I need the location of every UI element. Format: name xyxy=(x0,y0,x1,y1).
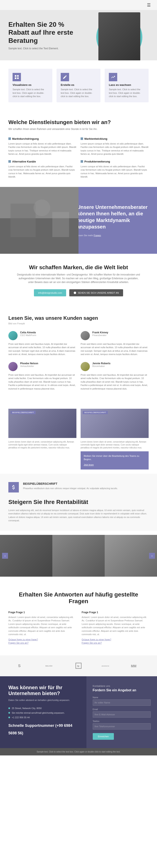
testimonial-name-3: Jennie Roberts xyxy=(92,362,110,365)
blog-card-0: BEISPIELÜBERSCHRIFT Lorem donec lorem di… xyxy=(8,409,76,469)
partner-logo-2: N xyxy=(72,662,85,670)
service-title-3: Produkterweiterung xyxy=(81,160,149,163)
footer-text: Sample text. Click to select the text bo… xyxy=(8,750,149,753)
hero-image xyxy=(92,10,151,60)
testimonial-role-1: Finanzberater xyxy=(92,334,108,337)
partner-logo-0: S xyxy=(16,662,29,670)
service-item-0: Marktdurchdringung Lorem ipsum conque at… xyxy=(8,137,76,156)
profitability-top: BEISPIELÜBERSCHRIFT Phasellus vestibulum… xyxy=(8,482,149,493)
svg-rect-3 xyxy=(17,78,19,79)
phone-dot xyxy=(8,717,10,718)
form-group-phone: Telefon xyxy=(93,720,151,730)
consultant-title: Unsere Unternehmensberater können Ihnen … xyxy=(77,204,151,230)
email-button[interactable]: info@designstudio.com xyxy=(34,289,67,297)
avatar-2 xyxy=(8,362,18,371)
testimonial-role-2: Verkaufsleiter xyxy=(20,365,38,367)
bottom-support: Schnelle Supportnummer (+99 6984 5698 56… xyxy=(8,722,78,737)
brands-title: Wir schaffen Marken, die die Welt liebt xyxy=(8,264,149,271)
slider-next-button[interactable]: › xyxy=(149,553,155,559)
testimonials-grid: Celia Almeda CEO MathForm Proin sed libe… xyxy=(8,331,149,392)
blog-desc-0: Lorem donec lorem diam sit amet, consect… xyxy=(8,440,76,449)
profitability-desc2: Lorem sed adipiscing elit, sed do eiusmo… xyxy=(8,508,149,522)
hero-person xyxy=(98,12,140,60)
faq-question-0: Frage Frage 1 xyxy=(8,611,75,614)
bottom-contacts: 25 Street, Network City, 8050 Sie möchte… xyxy=(8,706,78,737)
profitability-top-text: BEISPIELÜBERSCHRIFT Phasellus vestibulum… xyxy=(23,482,118,493)
blog-side-link[interactable]: Jetzt lesen xyxy=(84,464,94,466)
testimonial-name-0: Celia Almeda xyxy=(20,331,36,334)
navigation: ☰ xyxy=(0,0,157,10)
email-input[interactable] xyxy=(93,711,151,718)
consultant-overlay: Unsere Unternehmensberater können Ihnen … xyxy=(71,187,157,254)
testimonial-name-1: Frank Kinney xyxy=(92,331,108,334)
testimonials-title: Lesen Sie, was unsere Kunden sagen xyxy=(8,315,149,321)
service-title-1: Marktentwicklung xyxy=(81,137,149,141)
bottom-visit: Sie möchte einmal anruf/mail gleichzeiti… xyxy=(8,711,78,715)
brands-description: Designstudio ist eine internationale Mar… xyxy=(16,273,141,284)
svg-rect-6 xyxy=(10,204,35,237)
faq-section: Erhalten Sie Antworten auf häufig gestel… xyxy=(0,581,157,655)
faq-link1-0[interactable]: Grüaue frage zu einer frage? xyxy=(8,638,75,641)
partner-logo-3: ARCHITEKTUR xyxy=(100,662,113,670)
visit-dot xyxy=(8,712,10,714)
testimonial-role-0: CEO MathForm xyxy=(20,334,36,337)
features-section: Visualisiere es Sample text. Click to se… xyxy=(0,60,157,111)
faq-title: Erhalten Sie Antworten auf häufig gestel… xyxy=(8,591,149,604)
svg-text:N: N xyxy=(77,664,79,668)
hamburger-icon[interactable]: ☰ xyxy=(147,2,151,7)
partners-section: S BALVSH N ARCHITEKTUR MM xyxy=(0,655,157,676)
feature-desc-0: Sample text. Click to select the text bo… xyxy=(12,88,48,98)
phone-text: +1 222 956 55 44 xyxy=(12,715,30,720)
partner-logo-4: MM xyxy=(128,662,141,670)
work-button[interactable]: SEHEN SIE SICH UNSERE ARBEIT AN xyxy=(69,289,123,297)
testimonial-name-2: Phoebe Nelson xyxy=(20,362,38,365)
services-grid: Marktdurchdringung Lorem ipsum conque at… xyxy=(8,137,149,179)
services-section: Welche Dienstleistungen bieten wir an? W… xyxy=(0,111,157,187)
svg-text:S: S xyxy=(18,664,21,668)
faq-link1-1[interactable]: Grüaue frage zu einer frage? xyxy=(82,638,149,641)
svg-text:BALVSH: BALVSH xyxy=(46,665,52,667)
slider-nav: ‹ › xyxy=(0,553,157,559)
visualize-icon xyxy=(12,73,21,81)
blog-image-0: BEISPIELÜBERSCHRIFT xyxy=(8,409,76,438)
faq-grid: Frage Frage 1 Antwort: Lorem ipsum dolor… xyxy=(8,611,149,645)
service-item-2: Alternative Kanäle Lorem conque at felis… xyxy=(8,160,76,179)
name-input[interactable] xyxy=(93,700,151,706)
svg-rect-0 xyxy=(15,75,16,76)
slider-prev-button[interactable]: ‹ xyxy=(2,553,8,559)
form-group-name: Name xyxy=(93,696,151,706)
faq-link2-1[interactable]: Fragen Sie uns an? xyxy=(82,642,149,644)
faq-link2-0[interactable]: Fragen Sie uns an? xyxy=(8,642,75,644)
form-group-email: Email xyxy=(93,708,151,718)
phone-label: Telefon xyxy=(93,720,151,722)
svg-point-7 xyxy=(33,199,50,216)
avatar-0 xyxy=(8,331,18,340)
name-label: Name xyxy=(93,696,151,699)
faq-item-1: Frage Frage 1 Antwort: Lorem ipsum dolor… xyxy=(82,611,149,645)
consultant-link[interactable]: Lesen Sie mehr Fragen xyxy=(77,234,151,237)
bottom-right: Kontaktiere uns Fordern Sie ein Angebot … xyxy=(86,676,157,748)
form-title-sub: Fordern Sie ein Angebot an xyxy=(93,688,151,692)
testimonial-header-3: Jennie Roberts Büroinhaber xyxy=(81,362,149,371)
phone-input[interactable] xyxy=(93,723,151,730)
submit-button[interactable]: Einreichen xyxy=(93,733,114,740)
profit-tag: BEISPIELÜBERSCHRIFT xyxy=(23,482,118,485)
profitability-section: BEISPIELÜBERSCHRIFT Phasellus vestibulum… xyxy=(0,474,157,531)
feature-desc-2: Sample text. Click to select the text bo… xyxy=(109,88,145,98)
service-desc-3: Lorem conque at felis donec et odio pell… xyxy=(81,165,149,179)
service-desc-1: Lorem ipsum conque at felis donec et odi… xyxy=(81,142,149,156)
testimonial-3: Jennie Roberts Büroinhaber Proin sed lib… xyxy=(81,362,149,392)
testimonial-text-2: Proin sed libero enim sed faucibus. At i… xyxy=(8,373,76,391)
create-icon xyxy=(61,73,69,81)
testimonial-meta-1: Frank Kinney Finanzberater xyxy=(92,331,108,337)
slider-section: ‹ › xyxy=(0,531,157,581)
service-title-2: Alternative Kanäle xyxy=(8,160,76,163)
testimonial-text-1: Proin sed libero enim sed faucibus turpi… xyxy=(81,342,149,356)
feature-card-2: Lass es wachsen Sample text. Click to se… xyxy=(105,69,149,102)
service-title-0: Marktdurchdringung xyxy=(8,137,76,141)
consultant-link-anchor[interactable]: Fragen xyxy=(94,234,101,237)
consultant-photo xyxy=(0,187,78,254)
brands-section: Wir schaffen Marken, die die Welt liebt … xyxy=(0,254,157,307)
hero-section: Erhalten Sie 20 % Rabatt auf Ihre erste … xyxy=(0,10,157,60)
service-desc-0: Lorem ipsum conque at felis donec et odi… xyxy=(8,142,76,156)
